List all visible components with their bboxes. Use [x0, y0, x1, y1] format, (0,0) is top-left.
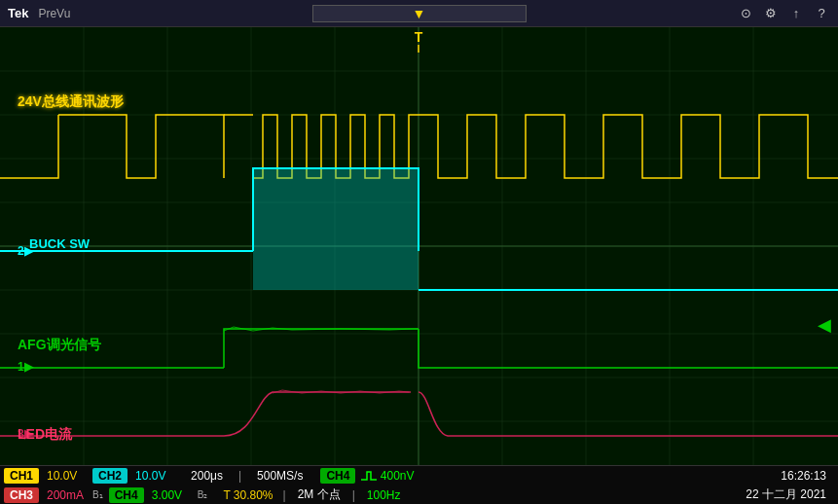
- upload-icon[interactable]: ↑: [787, 5, 805, 22]
- svg-text:T: T: [415, 29, 423, 45]
- ch4-value-top: 400nV: [355, 469, 419, 483]
- bw3-label: B₁: [92, 489, 109, 500]
- grid-canvas: T 2▶ 1▶ 3▶ ◀: [0, 27, 838, 465]
- points-display: 2M 个点: [290, 486, 348, 503]
- trigger-pct: T 30.80%: [217, 488, 278, 502]
- divider3: |: [348, 488, 359, 502]
- label-buck: BUCK SW: [29, 236, 90, 251]
- divider2: |: [279, 488, 290, 502]
- freq-display: 100Hz: [359, 488, 409, 502]
- prevu-label: PreVu: [38, 7, 70, 20]
- ch3-value: 200mA: [39, 488, 92, 502]
- wifi-icon[interactable]: ⊙: [737, 5, 754, 22]
- settings-icon[interactable]: ⚙: [762, 5, 780, 22]
- top-bar-left: Tek PreVu: [8, 6, 70, 20]
- ch1-badge[interactable]: CH1: [4, 468, 39, 484]
- date-display: 22 十二月 2021: [738, 486, 834, 503]
- top-bar: Tek PreVu ▼ ⊙ ⚙ ↑ ?: [0, 0, 838, 27]
- svg-text:◀: ◀: [818, 315, 831, 335]
- ch4-badge-top[interactable]: CH4: [320, 468, 355, 484]
- tek-logo: Tek: [8, 6, 28, 20]
- trigger-arrow-icon: ▼: [413, 6, 426, 21]
- status-bottom-row: CH3 200mA B₁ CH4 3.00V B₂ T 30.80% | 2M …: [4, 486, 834, 505]
- svg-text:1▶: 1▶: [18, 360, 34, 374]
- clock-display: 16:26:13: [773, 469, 834, 483]
- ch3-badge[interactable]: CH3: [4, 487, 39, 503]
- label-24v: 24V总线通讯波形: [18, 93, 124, 111]
- status-row: CH1 10.0V CH2 10.0V 200μs | 500MS/s CH4 …: [4, 466, 834, 505]
- top-bar-right: ⊙ ⚙ ↑ ?: [737, 5, 830, 22]
- label-led: LED电流: [18, 426, 72, 444]
- scope-screen: T 2▶ 1▶ 3▶ ◀ 24V总线通讯波形 BUCK SW AFG调光信号 L…: [0, 27, 838, 465]
- svg-rect-21: [253, 168, 419, 290]
- ch4-val-display: 400nV: [381, 469, 415, 483]
- sample-rate-value: 500MS/s: [247, 469, 312, 483]
- status-bar: CH1 10.0V CH2 10.0V 200μs | 500MS/s CH4 …: [0, 465, 838, 504]
- time-div-value: 200μs: [181, 469, 233, 483]
- ch4-value-bottom: 3.00V: [144, 488, 198, 502]
- ch4-badge-bottom[interactable]: CH4: [109, 487, 144, 503]
- trigger-position-bar[interactable]: ▼: [312, 5, 527, 22]
- ch1-value: 10.0V: [39, 469, 92, 483]
- divider1: |: [233, 469, 247, 483]
- status-top-row: CH1 10.0V CH2 10.0V 200μs | 500MS/s CH4 …: [4, 466, 834, 486]
- bw4-label: B₂: [198, 489, 218, 500]
- ch2-value: 10.0V: [128, 469, 181, 483]
- ch2-badge[interactable]: CH2: [92, 468, 128, 484]
- top-bar-center: ▼: [312, 0, 527, 27]
- help-icon[interactable]: ?: [813, 5, 830, 22]
- label-afg: AFG调光信号: [18, 337, 101, 354]
